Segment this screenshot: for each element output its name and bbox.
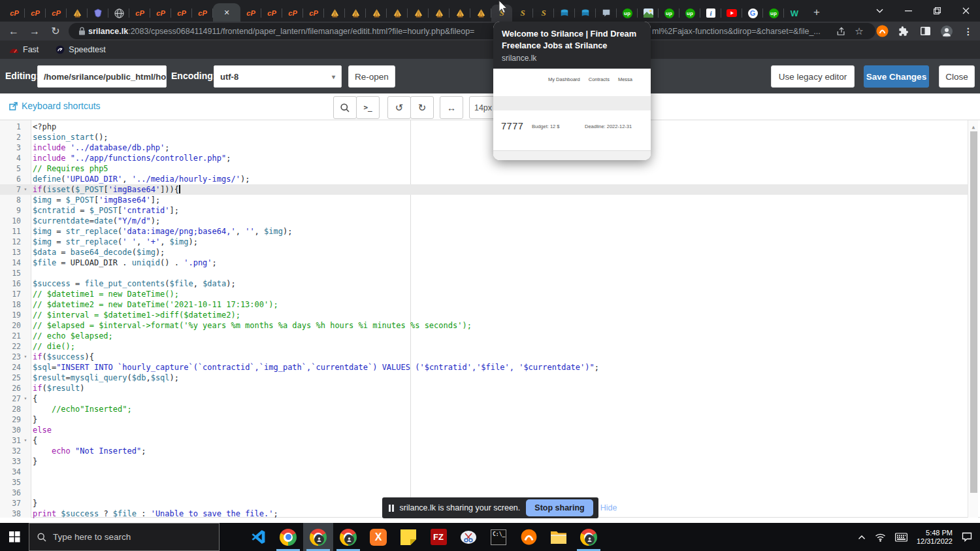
close-button[interactable]: Close: [939, 65, 975, 88]
save-changes-button[interactable]: Save Changes: [864, 65, 929, 88]
tab-cpanel[interactable]: cP: [192, 5, 213, 22]
fold-arrow-icon[interactable]: ▾: [21, 393, 30, 404]
tab-cpanel[interactable]: cP: [150, 5, 171, 22]
taskbar-app-snipping-tool[interactable]: [453, 523, 483, 551]
tab-google[interactable]: G: [742, 5, 763, 22]
encoding-select[interactable]: utf-8▾: [214, 65, 342, 88]
hide-toast-link[interactable]: Hide: [600, 503, 617, 512]
sidebar-icon[interactable]: [919, 25, 932, 38]
scrollbar-thumb[interactable]: [970, 131, 977, 493]
taskbar-search-input[interactable]: Type here to search: [29, 523, 220, 551]
tab-cpanel[interactable]: cP: [171, 5, 192, 22]
stop-sharing-button[interactable]: Stop sharing: [526, 499, 593, 516]
taskbar-app-file-explorer[interactable]: [544, 523, 574, 551]
undo-button[interactable]: ↺: [387, 96, 411, 119]
tab-youtube[interactable]: [721, 5, 742, 22]
tab-shield[interactable]: [88, 5, 108, 22]
tab-cpanel[interactable]: cP: [303, 5, 324, 22]
tab-upwork[interactable]: up: [679, 5, 700, 22]
back-icon[interactable]: ←: [5, 22, 22, 41]
preview-thumbnail: My DashboardContractsMessa 7777 Budget: …: [493, 69, 651, 160]
start-button[interactable]: [0, 523, 29, 551]
bookmark-fast[interactable]: Fast: [9, 45, 39, 54]
close-button[interactable]: [951, 0, 980, 22]
tray-chevron-up-icon[interactable]: [858, 535, 866, 540]
keyboard-shortcuts-link[interactable]: Keyboard shortcuts: [9, 101, 101, 111]
extensions-icon[interactable]: [897, 25, 910, 38]
taskbar-app-chrome-profile[interactable]: [574, 523, 604, 551]
tab-close-icon[interactable]: ✕: [223, 8, 229, 17]
taskbar-app-cmd[interactable]: C:\_: [483, 523, 514, 551]
taskbar-app-xampp[interactable]: X: [363, 523, 393, 551]
taskbar-app-filezilla[interactable]: FZ: [423, 523, 453, 551]
tab-photo[interactable]: [638, 5, 659, 22]
notification-center-icon[interactable]: [962, 532, 972, 542]
tab-upwork[interactable]: up: [659, 5, 679, 22]
tab-lantern[interactable]: [449, 5, 470, 22]
tab-upwork[interactable]: up: [617, 5, 638, 22]
tab-cpanel[interactable]: cP: [46, 5, 67, 22]
tab-hover-preview: Welcome to Srilance | Find Dream Freelan…: [493, 22, 651, 160]
fold-arrow-icon[interactable]: ▾: [21, 435, 30, 446]
tab-cpanel[interactable]: cP: [4, 5, 25, 22]
minimize-button[interactable]: [894, 0, 923, 22]
tab-lantern[interactable]: [387, 5, 408, 22]
taskbar-app-avast[interactable]: [514, 523, 544, 551]
tab-lantern[interactable]: [429, 5, 449, 22]
bookmark-speedtest[interactable]: Speedtest: [56, 45, 105, 54]
taskbar-app-chrome-profile[interactable]: [333, 523, 363, 551]
legacy-editor-button[interactable]: Use legacy editor: [771, 65, 855, 88]
kebab-icon[interactable]: ⋮: [962, 25, 975, 38]
code-line-13: 13$data = base64_decode($img);: [0, 247, 968, 258]
fold-arrow-icon[interactable]: ▾: [21, 352, 30, 362]
bookmark-star-icon[interactable]: ☆: [851, 24, 868, 39]
tab-upwork[interactable]: up: [763, 5, 784, 22]
taskbar-app-chrome[interactable]: [273, 523, 303, 551]
tab-globe[interactable]: [108, 5, 129, 22]
terminal-button[interactable]: >_: [356, 96, 380, 119]
tab-wave[interactable]: W: [784, 5, 805, 22]
taskbar-app-chrome-profile[interactable]: [303, 523, 333, 551]
tab-info[interactable]: i: [700, 5, 721, 22]
tab-srilance[interactable]: S: [512, 5, 533, 22]
editor-scrollbar[interactable]: ▲: [968, 120, 978, 518]
tab-lantern[interactable]: [345, 5, 366, 22]
profile-icon[interactable]: [940, 25, 953, 38]
tab-srilance[interactable]: S: [533, 5, 554, 22]
search-button[interactable]: [333, 96, 357, 119]
tab-book[interactable]: [554, 5, 575, 22]
tab-cpanel[interactable]: cP: [240, 5, 261, 22]
avast-icon[interactable]: [875, 25, 889, 38]
code-line-21: 21// echo $elapsed;: [0, 331, 968, 341]
taskbar-app-vscode[interactable]: [243, 523, 273, 551]
taskbar-app-sticky-notes[interactable]: [393, 523, 423, 551]
touch-keyboard-icon[interactable]: [895, 533, 907, 542]
tab-chevron-button[interactable]: [865, 0, 894, 22]
active-tab[interactable]: ✕: [213, 3, 240, 22]
address-bar[interactable]: srilance.lk:2083/cpsess0684114911/fronte…: [69, 23, 875, 39]
tab-chat[interactable]: [596, 5, 617, 22]
redo-button[interactable]: ↻: [410, 96, 434, 119]
tab-lantern[interactable]: [67, 5, 88, 22]
tab-cpanel[interactable]: cP: [25, 5, 46, 22]
share-icon[interactable]: [832, 24, 849, 39]
reload-icon[interactable]: ↻: [47, 22, 64, 41]
wrap-button[interactable]: ↔: [440, 96, 463, 119]
tab-lantern[interactable]: [470, 5, 491, 22]
tab-book[interactable]: [575, 5, 596, 22]
code-editor[interactable]: 1<?php2session_start();3include '../data…: [0, 120, 980, 518]
tab-cpanel[interactable]: cP: [129, 5, 150, 22]
wifi-icon[interactable]: [875, 533, 886, 542]
tab-cpanel[interactable]: cP: [282, 5, 303, 22]
taskbar-clock[interactable]: 5:48 PM 12/31/2022: [917, 529, 953, 545]
tab-lantern[interactable]: [408, 5, 429, 22]
reopen-button[interactable]: Re-open: [348, 65, 395, 88]
tab-lantern[interactable]: [324, 5, 345, 22]
tab-cpanel[interactable]: cP: [261, 5, 282, 22]
maximize-button[interactable]: [923, 0, 951, 22]
file-path-input[interactable]: /home/srilance/public_html/hourly.php: [37, 65, 167, 88]
new-tab-button[interactable]: +: [808, 3, 826, 22]
tab-lantern[interactable]: [366, 5, 387, 22]
fold-arrow-icon[interactable]: ▾: [21, 184, 30, 195]
forward-icon[interactable]: →: [26, 22, 43, 41]
